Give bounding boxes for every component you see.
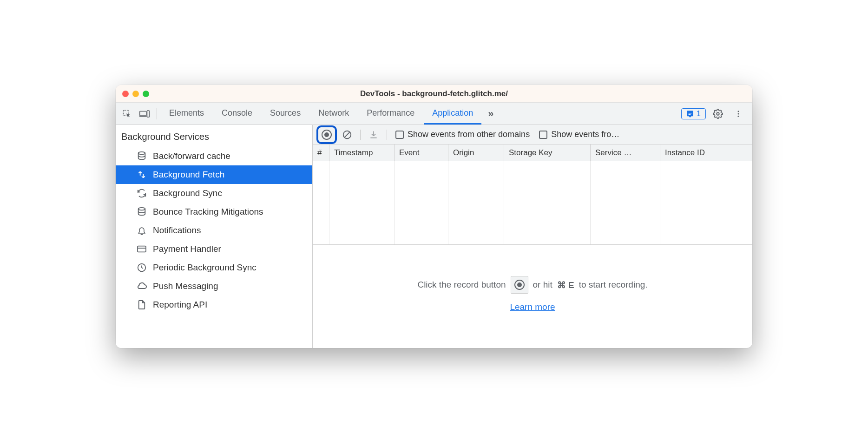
tab-performance[interactable]: Performance: [358, 103, 423, 125]
sidebar-item-label: Periodic Background Sync: [153, 262, 256, 273]
table-header: #TimestampEventOriginStorage KeyService …: [313, 144, 752, 161]
svg-point-3: [717, 112, 719, 115]
sidebar-item-push-messaging[interactable]: Push Messaging: [116, 277, 312, 295]
file-icon: [136, 300, 147, 310]
window-title: DevTools - background-fetch.glitch.me/: [116, 89, 752, 98]
separator: [387, 130, 387, 140]
empty-state: Click the record button or hit ⌘ E to st…: [313, 245, 752, 348]
tab-application[interactable]: Application: [424, 103, 481, 125]
record-icon: [514, 280, 525, 290]
application-sidebar: Background Services Back/forward cacheBa…: [116, 125, 313, 348]
device-toggle-icon[interactable]: [136, 105, 153, 122]
issues-count: 1: [697, 110, 701, 118]
column-header[interactable]: #: [313, 144, 329, 161]
settings-icon[interactable]: [710, 105, 726, 122]
sidebar-item-label: Payment Handler: [153, 244, 221, 254]
database-icon: [136, 207, 147, 217]
empty-text-mid: or hit: [533, 280, 552, 290]
main-toolbar: Elements Console Sources Network Perform…: [116, 103, 752, 125]
column-header[interactable]: Event: [395, 144, 448, 161]
sidebar-item-periodic-background-sync[interactable]: Periodic Background Sync: [116, 258, 312, 277]
sidebar-item-label: Back/forward cache: [153, 151, 230, 161]
titlebar: DevTools - background-fetch.glitch.me/: [116, 85, 752, 103]
tab-sources[interactable]: Sources: [262, 103, 309, 125]
sidebar-item-background-fetch[interactable]: Background Fetch: [116, 165, 312, 184]
checkbox-label: Show events from other domains: [408, 130, 530, 139]
svg-point-8: [138, 208, 145, 210]
table-column: [448, 161, 504, 244]
main-panel: Show events from other domains Show even…: [313, 125, 752, 348]
traffic-lights: [116, 91, 149, 97]
empty-text-pre: Click the record button: [417, 280, 506, 290]
sidebar-item-label: Bounce Tracking Mitigations: [153, 207, 263, 217]
download-icon[interactable]: [365, 127, 382, 142]
checkbox-icon: [539, 131, 547, 139]
svg-point-5: [738, 113, 739, 114]
inspect-icon[interactable]: [118, 105, 135, 122]
svg-point-4: [738, 111, 739, 112]
sidebar-item-notifications[interactable]: Notifications: [116, 221, 312, 240]
sidebar-item-background-sync[interactable]: Background Sync: [116, 184, 312, 203]
zoom-window-button[interactable]: [143, 91, 149, 97]
column-header[interactable]: Origin: [448, 144, 504, 161]
table-column: [591, 161, 660, 244]
content-area: Background Services Back/forward cacheBa…: [116, 125, 752, 348]
cloud-icon: [136, 282, 147, 290]
panel-tabs: Elements Console Sources Network Perform…: [161, 103, 481, 125]
sidebar-item-label: Reporting API: [153, 300, 207, 310]
issues-badge[interactable]: 1: [681, 108, 706, 119]
separator: [360, 130, 361, 140]
record-icon: [322, 130, 332, 140]
clock-icon: [136, 262, 147, 273]
table-column: [329, 161, 395, 244]
column-header[interactable]: Timestamp: [329, 144, 395, 161]
tab-console[interactable]: Console: [213, 103, 261, 125]
column-header[interactable]: Storage Key: [504, 144, 591, 161]
kebab-menu-icon[interactable]: [730, 105, 747, 122]
svg-point-7: [138, 152, 145, 155]
checkbox-other-domains[interactable]: Show events from other domains: [392, 130, 533, 139]
table-column: [660, 161, 752, 244]
column-header[interactable]: Instance ID: [660, 144, 752, 161]
table-column: [395, 161, 448, 244]
column-header[interactable]: Service …: [591, 144, 660, 161]
sidebar-item-label: Notifications: [153, 225, 201, 236]
fetch-icon: [136, 170, 147, 179]
sidebar-item-label: Push Messaging: [153, 281, 218, 291]
sidebar-item-back-forward-cache[interactable]: Back/forward cache: [116, 147, 312, 165]
table-column: [504, 161, 591, 244]
separator: [157, 108, 157, 119]
sidebar-item-bounce-tracking-mitigations[interactable]: Bounce Tracking Mitigations: [116, 203, 312, 221]
checkbox-other-storage[interactable]: Show events fro…: [535, 130, 623, 139]
checkbox-label: Show events fro…: [551, 130, 619, 139]
payment-icon: [136, 245, 147, 253]
keyboard-shortcut: ⌘ E: [557, 280, 574, 290]
bell-icon: [136, 225, 147, 236]
svg-rect-9: [138, 246, 146, 252]
svg-rect-2: [147, 110, 150, 117]
tab-network[interactable]: Network: [310, 103, 357, 125]
learn-more-link[interactable]: Learn more: [510, 302, 555, 312]
section-title: Background Services: [116, 125, 312, 147]
devtools-window: DevTools - background-fetch.glitch.me/ E…: [116, 85, 752, 348]
tab-elements[interactable]: Elements: [161, 103, 212, 125]
sync-icon: [136, 188, 147, 198]
close-window-button[interactable]: [122, 91, 129, 97]
minimize-window-button[interactable]: [132, 91, 139, 97]
record-button[interactable]: [316, 125, 337, 144]
checkbox-icon: [395, 131, 404, 139]
sidebar-tree: Back/forward cacheBackground FetchBackgr…: [116, 147, 312, 314]
action-bar: Show events from other domains Show even…: [313, 125, 752, 144]
sidebar-item-payment-handler[interactable]: Payment Handler: [116, 240, 312, 258]
sidebar-item-label: Background Sync: [153, 188, 222, 198]
svg-rect-1: [140, 111, 146, 115]
sidebar-item-reporting-api[interactable]: Reporting API: [116, 295, 312, 314]
table-body: [313, 161, 752, 245]
database-icon: [136, 151, 147, 161]
table-column: [313, 161, 329, 244]
record-hint-button[interactable]: [511, 276, 528, 294]
svg-point-6: [738, 115, 739, 117]
empty-text-post: to start recording.: [579, 280, 648, 290]
more-tabs-icon[interactable]: »: [482, 105, 499, 122]
clear-icon[interactable]: [339, 127, 355, 142]
